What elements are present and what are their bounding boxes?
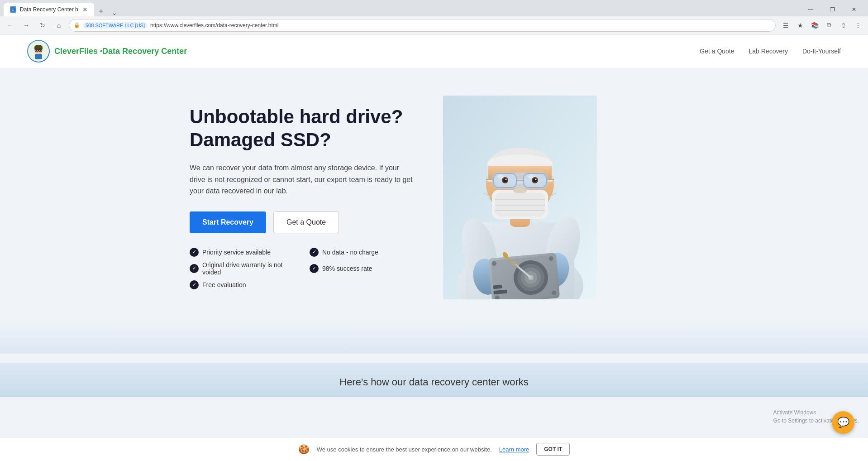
- hero-description: We can recover your data from almost any…: [190, 162, 416, 197]
- feature-free-label: Free evaluation: [202, 281, 246, 288]
- svg-point-55: [535, 179, 537, 180]
- share-button[interactable]: ⇧: [837, 19, 850, 32]
- feature-priority: ✓ Priority service available: [190, 248, 296, 257]
- active-tab[interactable]: C Data Recovery Center b ✕: [4, 3, 94, 16]
- tab-bar: C Data Recovery Center b ✕ + ⌄: [4, 3, 121, 16]
- hero-image: [443, 96, 597, 299]
- feature-no-data-label: No data - no charge: [322, 249, 378, 256]
- tab-close-button[interactable]: ✕: [82, 6, 88, 13]
- settings-button[interactable]: ⋮: [852, 19, 864, 32]
- site-nav: CleverFiles ·Data Recovery Center Get a …: [0, 34, 868, 68]
- tab-favicon: C: [10, 6, 16, 13]
- start-recovery-button[interactable]: Start Recovery: [190, 211, 266, 233]
- bottom-gradient: [0, 317, 868, 354]
- forward-button[interactable]: →: [20, 19, 33, 32]
- svg-rect-57: [495, 193, 545, 216]
- browser-titlebar: C Data Recovery Center b ✕ + ⌄ — ❐ ✕: [0, 0, 868, 16]
- tab-title: Data Recovery Center b: [20, 6, 78, 13]
- site-logo: CleverFiles ·Data Recovery Center: [27, 40, 187, 62]
- bookmarks-sidebar-button[interactable]: ☰: [779, 19, 792, 32]
- reload-button[interactable]: ↻: [36, 19, 49, 32]
- hero-title: Unbootable hard drive? Damaged SSD?: [190, 106, 416, 151]
- minimize-button[interactable]: —: [800, 3, 821, 16]
- hero-section: Unbootable hard drive? Damaged SSD? We c…: [162, 68, 706, 317]
- browser-chrome: C Data Recovery Center b ✕ + ⌄ — ❐ ✕ ← →…: [0, 0, 868, 34]
- technician-illustration: [443, 96, 597, 299]
- how-it-works-title: Here's how our data recovery center work…: [27, 376, 841, 388]
- feature-success-rate: ✓ 98% success rate: [310, 261, 416, 276]
- check-icon-free: ✓: [190, 280, 199, 289]
- logo-product: Data Recovery Center: [102, 47, 187, 56]
- feature-no-data: ✓ No data - no charge: [310, 248, 416, 257]
- reading-list-button[interactable]: 📚: [808, 19, 821, 32]
- window-controls: — ❐ ✕: [800, 3, 864, 16]
- svg-point-54: [506, 179, 507, 180]
- svg-point-10: [36, 50, 38, 51]
- back-button[interactable]: ←: [4, 19, 16, 32]
- website-content: CleverFiles ·Data Recovery Center Get a …: [0, 34, 868, 397]
- nav-get-quote[interactable]: Get a Quote: [700, 48, 734, 55]
- check-icon-no-data: ✓: [310, 248, 319, 257]
- feature-priority-label: Priority service available: [202, 249, 271, 256]
- company-badge: 508 SOFTWARE LLC [US]: [83, 22, 148, 29]
- check-icon-priority: ✓: [190, 248, 199, 257]
- hero-features: ✓ Priority service available ✓ No data -…: [190, 248, 416, 289]
- logo-mascot: [28, 41, 49, 62]
- feature-warranty-label: Original drive warranty is not voided: [202, 261, 296, 276]
- check-icon-success: ✓: [310, 264, 319, 273]
- feature-warranty: ✓ Original drive warranty is not voided: [190, 261, 296, 276]
- nav-diy[interactable]: Do-It-Yourself: [802, 48, 841, 55]
- star-button[interactable]: ★: [794, 19, 806, 32]
- logo-text: CleverFiles ·Data Recovery Center: [54, 47, 187, 56]
- nav-lab-recovery[interactable]: Lab Recovery: [749, 48, 788, 55]
- get-quote-button[interactable]: Get a Quote: [273, 211, 339, 233]
- collections-button[interactable]: ⧉: [823, 19, 835, 32]
- hero-wrapper: Unbootable hard drive? Damaged SSD? We c…: [0, 68, 868, 363]
- svg-point-63: [513, 188, 527, 193]
- url-text: https://www.cleverfiles.com/data-recover…: [150, 22, 278, 29]
- hero-content: Unbootable hard drive? Damaged SSD? We c…: [190, 106, 416, 289]
- svg-rect-3: [35, 54, 42, 59]
- home-button[interactable]: ⌂: [52, 19, 65, 32]
- svg-text:C: C: [12, 8, 14, 11]
- toolbar-icons: ☰ ★ 📚 ⧉ ⇧ ⋮: [779, 19, 864, 32]
- feature-free-eval: ✓ Free evaluation: [190, 280, 296, 289]
- restore-button[interactable]: ❐: [822, 3, 843, 16]
- logo-icon: [27, 40, 50, 62]
- address-bar[interactable]: 🔒 508 SOFTWARE LLC [US] https://www.clev…: [69, 19, 776, 32]
- logo-brand: CleverFiles: [54, 47, 98, 56]
- how-it-works-section: Here's how our data recovery center work…: [0, 363, 868, 397]
- feature-success-label: 98% success rate: [322, 265, 372, 272]
- nav-links: Get a Quote Lab Recovery Do-It-Yourself: [700, 48, 841, 55]
- browser-toolbar: ← → ↻ ⌂ 🔒 508 SOFTWARE LLC [US] https://…: [0, 16, 868, 34]
- tab-overflow-button[interactable]: ⌄: [108, 9, 121, 16]
- new-tab-button[interactable]: +: [94, 7, 108, 16]
- hero-buttons: Start Recovery Get a Quote: [190, 211, 416, 233]
- lock-icon: 🔒: [74, 22, 80, 28]
- svg-point-11: [40, 50, 41, 51]
- close-button[interactable]: ✕: [844, 3, 864, 16]
- check-icon-warranty: ✓: [190, 264, 199, 273]
